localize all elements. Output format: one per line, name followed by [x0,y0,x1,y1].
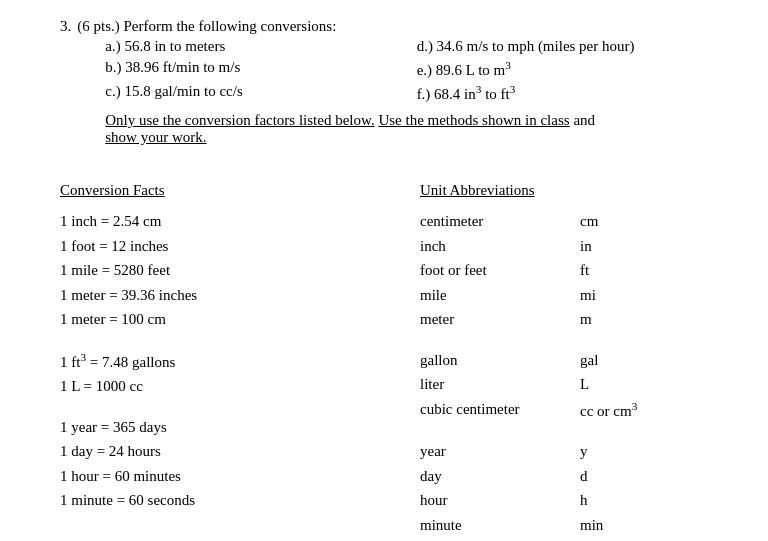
conv-f: f.) 68.4 in3 to ft3 [417,82,728,104]
fact-year-days: 1 year = 365 days [60,415,340,440]
fact-meter-inches: 1 meter = 39.36 inches [60,283,340,308]
question-section: 3. (6 pts.) Perform the following conver… [60,18,728,146]
abbrev-inch: inch in [420,234,728,259]
fact-group-length: 1 inch = 2.54 cm 1 foot = 12 inches 1 mi… [60,209,340,332]
question-number: 3. [60,18,71,146]
conv-e: e.) 89.6 L to m3 [417,58,728,80]
conversion-facts-title: Conversion Facts [60,182,340,199]
conv-a: a.) 56.8 in to meters [105,37,416,56]
abbrev-minute: minute min [420,513,728,538]
instructions: Only use the conversion factors listed b… [105,112,728,146]
abbrev-foot: foot or feet ft [420,258,728,283]
unit-abbreviations-section: Unit Abbreviations centimeter cm inch in… [340,182,728,541]
fact-hour-minutes: 1 hour = 60 minutes [60,464,340,489]
fact-foot-inches: 1 foot = 12 inches [60,234,340,259]
instruction-4: show your work. [105,129,206,145]
abbrev-year: year y [420,439,728,464]
instruction-2: Use the methods shown in class [378,112,569,128]
abbrev-group-time: year y day d hour h minute min second s [420,439,728,541]
abbrev-group-length: centimeter cm inch in foot or feet ft mi… [420,209,728,332]
abbrev-mile: mile mi [420,283,728,308]
fact-day-hours: 1 day = 24 hours [60,439,340,464]
unit-abbreviations-title: Unit Abbreviations [420,182,728,199]
abbrev-day: day d [420,464,728,489]
abbrev-cubic-centimeter: cubic centimeter cc or cm3 [420,397,728,424]
conversion-facts-section: Conversion Facts 1 inch = 2.54 cm 1 foot… [60,182,340,541]
abbrev-second: second s [420,537,728,541]
fact-group-volume: 1 ft3 = 7.48 gallons 1 L = 1000 cc [60,348,340,399]
abbrev-meter: meter m [420,307,728,332]
question-body: (6 pts.) Perform the following conversio… [77,18,728,146]
conversions-grid: a.) 56.8 in to meters d.) 34.6 m/s to mp… [105,37,728,104]
fact-meter-cm: 1 meter = 100 cm [60,307,340,332]
abbrev-group-volume: gallon gal liter L cubic centimeter cc o… [420,348,728,424]
conv-c: c.) 15.8 gal/min to cc/s [105,82,416,104]
abbrev-centimeter: centimeter cm [420,209,728,234]
conv-b: b.) 38.96 ft/min to m/s [105,58,416,80]
fact-group-time: 1 year = 365 days 1 day = 24 hours 1 hou… [60,415,340,513]
fact-ft3-gallons: 1 ft3 = 7.48 gallons [60,348,340,375]
fact-inch-cm: 1 inch = 2.54 cm [60,209,340,234]
instruction-1: Only use the conversion factors listed b… [105,112,374,128]
abbrev-hour: hour h [420,488,728,513]
instruction-3: and [570,112,595,128]
fact-mile-feet: 1 mile = 5280 feet [60,258,340,283]
abbrev-gallon: gallon gal [420,348,728,373]
tables-section: Conversion Facts 1 inch = 2.54 cm 1 foot… [60,182,728,541]
fact-minute-seconds: 1 minute = 60 seconds [60,488,340,513]
conv-d: d.) 34.6 m/s to mph (miles per hour) [417,37,728,56]
question-header-text: (6 pts.) Perform the following conversio… [77,18,728,35]
fact-l-cc: 1 L = 1000 cc [60,374,340,399]
abbrev-liter: liter L [420,372,728,397]
